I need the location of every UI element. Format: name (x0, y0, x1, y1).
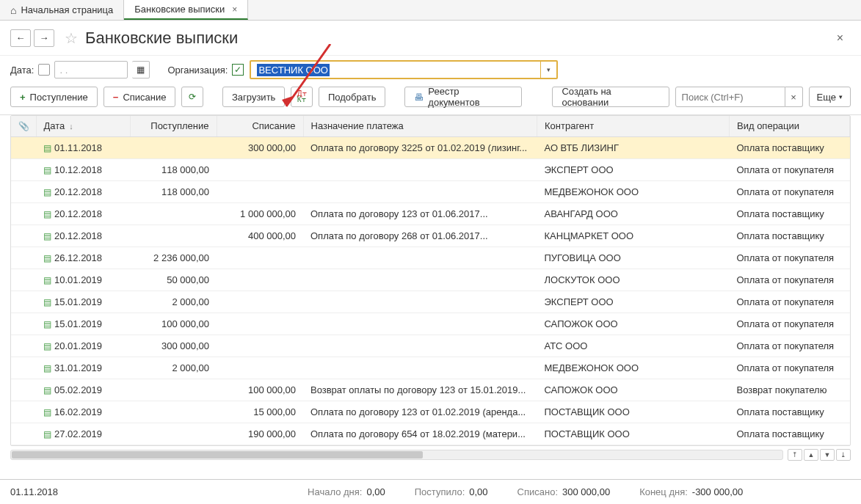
cell-inflow: 118 000,00 (130, 158, 217, 180)
org-select[interactable]: ВЕСТНИК ООО ▾ (250, 60, 558, 79)
org-label: Организация: (167, 65, 228, 76)
inflow-label: Поступление (30, 92, 88, 103)
col-counterparty[interactable]: Контрагент (537, 116, 730, 136)
col-inflow[interactable]: Поступление (130, 116, 217, 136)
clear-search-button[interactable]: × (785, 87, 803, 107)
cell-inflow (130, 379, 217, 401)
date-checkbox[interactable] (38, 64, 50, 76)
home-icon: ⌂ (10, 4, 16, 16)
cell-counterparty: АО ВТБ ЛИЗИНГ (537, 136, 730, 158)
minus-icon: − (113, 92, 119, 103)
more-button[interactable]: Еще▾ (809, 87, 851, 107)
grid-first-button[interactable]: ⤒ (788, 449, 802, 461)
dtkt-button[interactable]: ДᴛКᴛ (291, 87, 313, 107)
table-row[interactable]: ▤20.12.2018118 000,00МЕДВЕЖОНОК ООООплат… (11, 180, 850, 202)
cell-outflow: 1 000 000,00 (217, 202, 303, 224)
nav-back-button[interactable]: ← (10, 29, 31, 47)
tab-bank-statements[interactable]: Банковские выписки × (124, 0, 248, 20)
end-value: -300 000,00 (692, 486, 743, 497)
outflow-button[interactable]: −Списание (103, 87, 176, 107)
cell-type: Оплата от покупателя (730, 291, 850, 313)
table-row[interactable]: ▤15.01.20192 000,00ЭКСПЕРТ ООООплата от … (11, 291, 850, 313)
col-outflow[interactable]: Списание (217, 116, 303, 136)
calendar-button[interactable]: ▦ (132, 61, 150, 78)
date-input[interactable]: . . (54, 61, 128, 78)
cell-purpose: Оплата по договору 654 от 18.02.2019 (ма… (303, 423, 537, 445)
close-icon[interactable]: × (232, 4, 237, 15)
org-checkbox[interactable]: ✓ (232, 64, 244, 76)
table-row[interactable]: ▤10.12.2018118 000,00ЭКСПЕРТ ООООплата о… (11, 158, 850, 180)
dtkt-icon: ДᴛКᴛ (297, 91, 307, 103)
grid-down-button[interactable]: ▼ (820, 449, 835, 461)
out-value: 300 000,00 (562, 486, 610, 497)
search-input[interactable] (675, 87, 785, 107)
date-label: Дата: (10, 65, 34, 76)
cell-inflow: 100 000,00 (130, 313, 217, 335)
cell-counterparty: АВАНГАРД ООО (537, 202, 730, 224)
cell-counterparty: ПОСТАВЩИК ООО (537, 423, 730, 445)
document-icon: ▤ (43, 143, 51, 153)
col-attach[interactable]: 📎 (11, 116, 36, 136)
table-row[interactable]: ▤16.02.201915 000,00Оплата по договору 1… (11, 401, 850, 423)
tab-bar: ⌂ Начальная страница Банковские выписки … (0, 0, 861, 21)
refresh-button[interactable]: ⟳ (181, 87, 203, 107)
registry-button[interactable]: 🖶Реестр документов (404, 87, 521, 107)
close-page-button[interactable]: × (829, 29, 851, 48)
col-purpose[interactable]: Назначение платежа (303, 116, 537, 136)
pick-button[interactable]: Подобрать (319, 87, 385, 107)
table-row[interactable]: ▤26.12.20182 236 000,00ПУГОВИЦА ООООплат… (11, 246, 850, 269)
grid-last-button[interactable]: ⤓ (836, 449, 851, 461)
begin-label: Начало дня: (308, 486, 362, 497)
out-label: Списано: (517, 486, 558, 497)
col-date[interactable]: Дата↓ (36, 116, 130, 136)
inflow-button[interactable]: +Поступление (10, 87, 98, 107)
nav-forward-button[interactable]: → (34, 29, 54, 47)
cell-inflow (130, 401, 217, 423)
cell-inflow: 50 000,00 (130, 269, 217, 291)
document-icon: ▤ (43, 341, 51, 351)
tab-home[interactable]: ⌂ Начальная страница (0, 0, 124, 20)
table-row[interactable]: ▤27.02.2019190 000,00Оплата по договору … (11, 423, 850, 445)
cell-date: ▤01.11.2018 (36, 136, 130, 158)
filter-bar: Дата: . . ▦ Организация: ✓ ВЕСТНИК ООО ▾ (0, 56, 861, 81)
scrollbar-thumb[interactable] (12, 451, 423, 459)
table-row[interactable]: ▤01.11.2018300 000,00Оплата по договору … (11, 136, 850, 158)
table-row[interactable]: ▤20.01.2019300 000,00АТС ООООплата от по… (11, 335, 850, 357)
toolbar: +Поступление −Списание ⟳ Загрузить ДᴛКᴛ … (0, 81, 861, 115)
cell-outflow (217, 180, 303, 202)
table-row[interactable]: ▤10.01.201950 000,00ЛОСКУТОК ООООплата о… (11, 269, 850, 291)
col-type[interactable]: Вид операции (730, 116, 850, 136)
table-row[interactable]: ▤05.02.2019100 000,00Возврат оплаты по д… (11, 379, 850, 401)
cell-attach (11, 313, 36, 335)
in-label: Поступило: (415, 486, 465, 497)
create-based-button[interactable]: Создать на основании (552, 87, 669, 107)
cell-type: Оплата от покупателя (730, 158, 850, 180)
document-icon: ▤ (43, 385, 51, 395)
cell-date: ▤26.12.2018 (36, 246, 130, 269)
document-icon: ▤ (43, 363, 51, 373)
cell-purpose (303, 269, 537, 291)
cell-counterparty: ЛОСКУТОК ООО (537, 269, 730, 291)
cell-date: ▤20.01.2019 (36, 335, 130, 357)
table-row[interactable]: ▤20.12.20181 000 000,00Оплата по договор… (11, 202, 850, 224)
table-row[interactable]: ▤31.01.20192 000,00МЕДВЕЖОНОК ООООплата … (11, 357, 850, 379)
horizontal-scrollbar[interactable] (10, 450, 783, 460)
load-button[interactable]: Загрузить (222, 87, 285, 107)
table-row[interactable]: ▤20.12.2018400 000,00Оплата по договору … (11, 224, 850, 246)
table-row[interactable]: ▤15.01.2019100 000,00САПОЖОК ООООплата о… (11, 313, 850, 335)
cell-inflow: 300 000,00 (130, 335, 217, 357)
chevron-down-icon[interactable]: ▾ (540, 62, 556, 78)
plus-icon: + (20, 92, 26, 103)
cell-outflow (217, 291, 303, 313)
cell-attach (11, 357, 36, 379)
cell-date: ▤27.02.2019 (36, 423, 130, 445)
cell-counterparty: ЭКСПЕРТ ООО (537, 291, 730, 313)
favorite-icon[interactable]: ☆ (65, 29, 78, 47)
cell-purpose (303, 180, 537, 202)
cell-counterparty: АТС ООО (537, 335, 730, 357)
grid-up-button[interactable]: ▲ (804, 449, 818, 461)
cell-type: Возврат покупателю (730, 379, 850, 401)
cell-date: ▤05.02.2019 (36, 379, 130, 401)
cell-purpose (303, 291, 537, 313)
cell-outflow: 400 000,00 (217, 224, 303, 246)
